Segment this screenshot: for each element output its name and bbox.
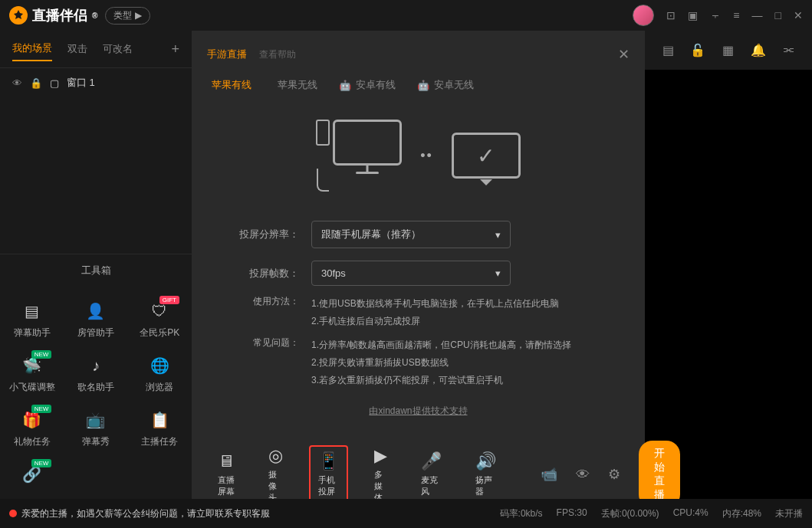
bottom-toolbar: 🖥直播屏幕◎摄像头📱手机投屏▶多媒体🎤麦克风🔊扬声器📹👁⚙开始直播 (192, 450, 645, 499)
resolution-label: 投屏分辨率： (238, 228, 299, 241)
bottom-tool-4[interactable]: 🎤麦克风 (413, 447, 449, 502)
tool-0[interactable]: ▤弹幕助手 (0, 293, 64, 347)
layout-icon[interactable]: ▦ (722, 43, 734, 57)
usage-label: 使用方法： (238, 295, 299, 330)
control-icon-0[interactable]: 📹 (541, 466, 557, 483)
bottom-tool-1[interactable]: ◎摄像头 (261, 441, 291, 508)
device-tab-2[interactable]: 🤖安卓有线 (339, 78, 396, 92)
titlebar: 直播伴侣® 类型▶ ⊡ ▣ ⫟ ≡ — □ ✕ (0, 0, 812, 31)
tech-support-link[interactable]: 由xindawn提供技术支持 (207, 392, 630, 430)
faq-text: 1.分辨率/帧数越高画面越清晰，但CPU消耗也越高，请酌情选择2.投屏失败请重新… (311, 336, 599, 389)
modal-title: 手游直播 (207, 48, 247, 61)
start-stream-button[interactable]: 开始直播 (639, 441, 680, 508)
stream-status: 未开播 (775, 507, 803, 520)
unlock-icon[interactable]: 🔓 (690, 43, 705, 57)
window-icon-1[interactable]: ⊡ (666, 9, 676, 21)
tool-grid: ▤弹幕助手👤房管助手GIFT🛡全民乐PKNEW🛸小飞碟调整♪歌名助手🌐浏览器NE… (0, 287, 192, 499)
resolution-select[interactable]: 跟随手机屏幕（推荐）▾ (311, 221, 511, 248)
scene-tab-dbl[interactable]: 双击 (67, 38, 87, 61)
scene-item[interactable]: 👁 🔒 ▢ 窗口 1 (0, 68, 192, 97)
window-icon-3[interactable]: ⫟ (710, 9, 721, 21)
tool-extra[interactable]: NEW🔗 (0, 456, 64, 493)
bottom-tool-0[interactable]: 🖥直播屏幕 (210, 447, 242, 502)
connection-diagram: •• ✓ (207, 104, 630, 215)
cpu-stat: CPU:4% (673, 507, 708, 520)
tool-3[interactable]: NEW🛸小飞碟调整 (0, 347, 64, 402)
tool-5[interactable]: 🌐浏览器 (128, 347, 192, 402)
toolbox-title: 工具箱 (0, 254, 192, 287)
lock-icon[interactable]: 🔒 (30, 77, 42, 89)
minimize-icon[interactable]: — (752, 9, 763, 21)
device-tab-3[interactable]: 🤖安卓无线 (417, 78, 474, 92)
close-icon[interactable]: ✕ (794, 9, 803, 21)
tool-6[interactable]: NEW🎁礼物任务 (0, 402, 64, 456)
bitrate-stat: 码率:0kb/s (500, 507, 543, 520)
usage-text: 1.使用USB数据线将手机与电脑连接，在手机上点信任此电脑2.手机连接后自动完成… (311, 295, 599, 330)
tool-2[interactable]: GIFT🛡全民乐PK (128, 293, 192, 347)
tool-1[interactable]: 👤房管助手 (64, 293, 127, 347)
chat-icon[interactable]: ▤ (662, 43, 674, 57)
app-logo: 直播伴侣® (9, 6, 97, 25)
right-panel: ▤ 🔓 ▦ 🔔 ⫘ (645, 31, 812, 499)
bottom-tool-3[interactable]: ▶多媒体 (367, 441, 395, 508)
add-scene-button[interactable]: + (171, 41, 179, 57)
window-icon-2[interactable]: ▣ (688, 9, 698, 21)
bottom-tool-5[interactable]: 🔊扬声器 (468, 447, 504, 502)
scene-tab-rename[interactable]: 可改名 (103, 38, 133, 61)
sidebar: 我的场景 双击 可改名 + 👁 🔒 ▢ 窗口 1 工具箱 ▤弹幕助手👤房管助手G… (0, 31, 192, 499)
center-panel: 手游直播 查看帮助 ✕ 苹果有线苹果无线🤖安卓有线🤖安卓无线 •• ✓ 投屏分辨… (192, 31, 645, 499)
faq-label: 常见问题： (238, 336, 299, 389)
tool-4[interactable]: ♪歌名助手 (64, 347, 127, 402)
user-avatar[interactable] (633, 5, 654, 26)
window-icon: ▢ (50, 77, 59, 89)
fps-select[interactable]: 30fps▾ (311, 261, 511, 286)
bell-icon[interactable]: 🔔 (751, 43, 766, 57)
share-icon[interactable]: ⫘ (782, 43, 794, 57)
preview-area (645, 70, 812, 499)
type-selector[interactable]: 类型▶ (105, 7, 150, 25)
speaker-icon (9, 510, 17, 517)
drop-stat: 丢帧:0(0.00%) (601, 507, 659, 520)
help-link[interactable]: 查看帮助 (259, 48, 296, 61)
control-icon-1[interactable]: 👁 (576, 467, 590, 483)
fps-stat: FPS:30 (557, 507, 587, 520)
statusbar: 亲爱的主播，如遇欠薪等公会纠纷问题，请立即联系专职客服 码率:0kb/s FPS… (0, 499, 812, 528)
mem-stat: 内存:48% (722, 507, 761, 520)
tool-8[interactable]: 📋主播任务 (128, 402, 192, 456)
menu-icon[interactable]: ≡ (733, 9, 739, 21)
bottom-tool-2[interactable]: 📱手机投屏 (309, 445, 348, 503)
fps-label: 投屏帧数： (238, 267, 299, 280)
device-tab-1[interactable]: 苹果无线 (273, 78, 317, 92)
status-message: 亲爱的主播，如遇欠薪等公会纠纷问题，请立即联系专职客服 (9, 507, 270, 520)
scene-label: 窗口 1 (67, 76, 95, 90)
tool-7[interactable]: 📺弹幕秀 (64, 402, 127, 456)
mobile-stream-modal: 手游直播 查看帮助 ✕ 苹果有线苹果无线🤖安卓有线🤖安卓无线 •• ✓ 投屏分辨… (192, 37, 645, 459)
maximize-icon[interactable]: □ (775, 9, 781, 21)
modal-close-button[interactable]: ✕ (618, 46, 630, 63)
control-icon-2[interactable]: ⚙ (608, 466, 620, 483)
visibility-icon[interactable]: 👁 (12, 77, 22, 89)
device-tab-0[interactable]: 苹果有线 (207, 78, 251, 92)
scene-tab-my[interactable]: 我的场景 (12, 37, 52, 61)
